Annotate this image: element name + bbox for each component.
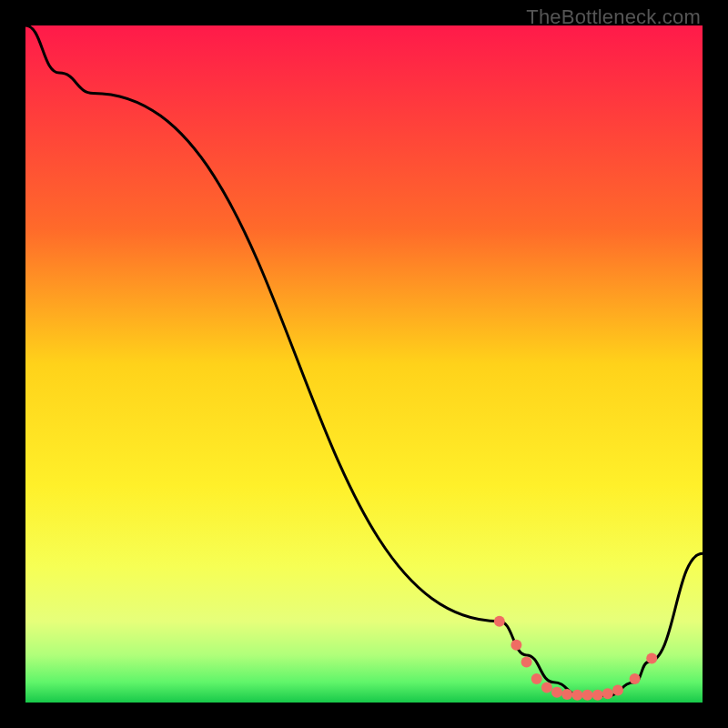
marker-dot: [494, 616, 505, 627]
marker-dot: [551, 687, 562, 698]
chart-area: [25, 25, 703, 703]
marker-dot: [646, 653, 657, 664]
marker-dot: [561, 689, 572, 700]
marker-dot: [582, 690, 593, 701]
marker-dot: [531, 673, 542, 684]
marker-dot: [592, 690, 603, 701]
gradient-background: [25, 25, 703, 703]
marker-dot: [571, 690, 582, 701]
marker-dot: [511, 640, 521, 651]
marker-dot: [612, 685, 623, 696]
marker-dot: [602, 688, 613, 699]
marker-dot: [630, 673, 641, 684]
marker-dot: [521, 656, 532, 667]
marker-dot: [541, 682, 552, 693]
chart-svg: [25, 25, 703, 703]
